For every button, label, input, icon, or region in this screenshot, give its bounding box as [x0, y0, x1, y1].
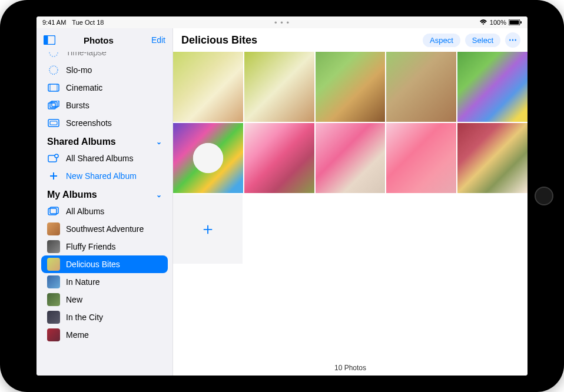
sidebar-item-label: Cinematic: [66, 83, 102, 92]
photo-thumbnail[interactable]: [244, 52, 314, 122]
svg-point-16: [55, 154, 58, 158]
plus-icon: ＋: [200, 218, 216, 240]
sidebar-item-label: Bursts: [66, 101, 89, 110]
photo-thumbnail[interactable]: [244, 123, 314, 193]
photo-thumbnail[interactable]: [173, 52, 243, 122]
svg-rect-1: [510, 21, 519, 25]
sidebar-item-meme[interactable]: Meme: [41, 326, 168, 344]
section-header-my-albums[interactable]: My Albums ⌄: [41, 185, 168, 202]
more-button[interactable]: ⋯: [505, 32, 520, 48]
sidebar-item-slomo[interactable]: Slo-mo: [41, 61, 168, 79]
sidebar-item-label: All Albums: [66, 207, 104, 216]
sidebar-item-cinematic[interactable]: Cinematic: [41, 79, 168, 97]
album-thumbnail: [47, 222, 60, 235]
albums-icon: [47, 205, 60, 218]
album-thumbnail: [47, 311, 60, 324]
sidebar-item-label: Screenshots: [66, 118, 112, 128]
sidebar-edit-button[interactable]: Edit: [151, 35, 165, 45]
sidebar-item-delicious-bites[interactable]: Delicious Bites: [41, 255, 168, 273]
photo-count-label: 10 Photos: [173, 364, 527, 372]
sidebar-header: Photos Edit: [37, 28, 172, 52]
album-thumbnail: [47, 258, 60, 271]
sidebar-item-all-shared-albums[interactable]: All Shared Albums: [41, 150, 168, 167]
home-button[interactable]: [535, 187, 553, 205]
album-thumbnail: [47, 328, 60, 341]
photo-thumbnail[interactable]: [386, 52, 456, 122]
battery-icon: [509, 19, 522, 25]
photo-thumbnail[interactable]: [386, 123, 456, 193]
sidebar-item-in-nature[interactable]: In Nature: [41, 273, 168, 291]
content-area: Delicious Bites Aspect Select ⋯: [173, 28, 527, 376]
sidebar-item-label: Southwest Adventure: [66, 224, 144, 234]
sidebar-item-bursts[interactable]: Bursts: [41, 97, 168, 114]
sidebar-item-in-the-city[interactable]: In the City: [41, 308, 168, 326]
photo-thumbnail[interactable]: [457, 123, 527, 193]
sidebar-item-label: New: [66, 295, 82, 304]
svg-point-5: [49, 52, 58, 57]
section-label: My Albums: [47, 190, 97, 200]
bursts-icon: [47, 99, 60, 112]
screenshots-icon: [47, 117, 60, 129]
cinematic-icon: [47, 81, 60, 94]
album-thumbnail: [47, 293, 60, 306]
svg-point-6: [49, 66, 58, 74]
sidebar-item-label: New Shared Album: [66, 171, 137, 181]
photo-thumbnail[interactable]: [457, 52, 527, 122]
select-button[interactable]: Select: [465, 34, 500, 47]
sidebar-item-label: All Shared Albums: [66, 154, 133, 163]
album-thumbnail: [47, 240, 60, 253]
sidebar-item-label: Slo-mo: [66, 65, 92, 75]
shared-albums-icon: [47, 152, 60, 165]
section-label: Shared Albums: [47, 137, 116, 147]
header-actions: Aspect Select ⋯: [423, 32, 520, 48]
sidebar-item-label: Meme: [66, 330, 89, 340]
chevron-down-icon: ⌄: [156, 138, 162, 146]
add-photo-tile[interactable]: ＋: [173, 194, 243, 264]
sidebar-item-new-shared-album[interactable]: New Shared Album: [41, 167, 168, 185]
sidebar-item-fluffy-friends[interactable]: Fluffy Friends: [41, 238, 168, 255]
status-bar: 9:41 AM Tue Oct 18 • • • 100%: [37, 16, 527, 28]
chevron-down-icon: ⌄: [156, 191, 162, 199]
status-date: Tue Oct 18: [72, 19, 104, 26]
ellipsis-icon: ⋯: [509, 35, 517, 45]
plus-icon: [47, 170, 60, 182]
sidebar-item-label: In Nature: [66, 277, 100, 287]
battery-percent: 100%: [490, 19, 506, 26]
slomo-icon: [47, 64, 60, 77]
content-header: Delicious Bites Aspect Select ⋯: [173, 28, 527, 52]
multitask-indicator[interactable]: • • •: [274, 18, 290, 27]
aspect-button[interactable]: Aspect: [423, 34, 460, 47]
sidebar: Photos Edit Time-lapse Slo-mo: [37, 28, 173, 376]
sidebar-item-timelapse[interactable]: Time-lapse: [41, 52, 168, 61]
timelapse-icon: [47, 52, 60, 59]
sidebar-list[interactable]: Time-lapse Slo-mo Cinematic Bursts: [37, 52, 172, 376]
sidebar-item-southwest-adventure[interactable]: Southwest Adventure: [41, 220, 168, 238]
status-time: 9:41 AM: [42, 19, 66, 26]
album-thumbnail: [47, 275, 60, 288]
photo-thumbnail[interactable]: [173, 123, 243, 193]
photo-thumbnail[interactable]: [316, 52, 386, 122]
ipad-device-frame: 9:41 AM Tue Oct 18 • • • 100%: [0, 0, 564, 392]
svg-rect-14: [50, 121, 57, 125]
sidebar-title: Photos: [46, 35, 151, 45]
sidebar-item-all-albums[interactable]: All Albums: [41, 202, 168, 220]
svg-rect-2: [520, 21, 522, 24]
wifi-icon: [479, 19, 487, 25]
app-main: Photos Edit Time-lapse Slo-mo: [37, 28, 527, 376]
sidebar-item-label: Delicious Bites: [66, 260, 120, 269]
photo-grid: [173, 52, 527, 193]
sidebar-item-label: Fluffy Friends: [66, 242, 116, 251]
sidebar-item-new[interactable]: New: [41, 291, 168, 308]
screen: 9:41 AM Tue Oct 18 • • • 100%: [37, 16, 527, 376]
photo-thumbnail[interactable]: [316, 123, 386, 193]
section-header-shared-albums[interactable]: Shared Albums ⌄: [41, 132, 168, 150]
sidebar-item-label: In the City: [66, 313, 103, 322]
album-title: Delicious Bites: [181, 34, 257, 46]
sidebar-item-screenshots[interactable]: Screenshots: [41, 114, 168, 132]
sidebar-item-label: Time-lapse: [66, 52, 107, 57]
